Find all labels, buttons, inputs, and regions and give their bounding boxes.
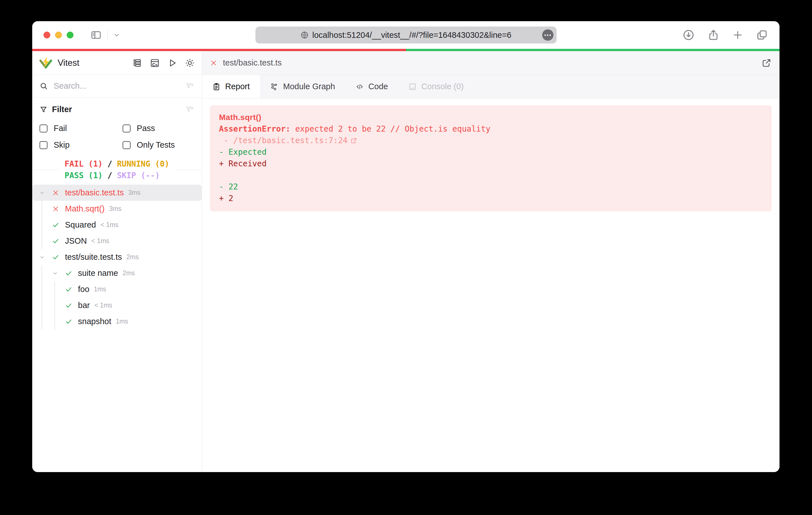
- indent-guide: [52, 281, 65, 297]
- checkbox-label: Only Tests: [137, 140, 175, 150]
- test-duration: 2ms: [123, 269, 135, 277]
- report-view: Math.sqrt()AssertionError: expected 2 to…: [202, 98, 780, 472]
- sidebar-toggle-icon[interactable]: [90, 29, 102, 41]
- indent-guide: [39, 281, 52, 297]
- tab-console-0[interactable]: Console (0): [398, 75, 474, 98]
- filter-title: Filter: [52, 105, 72, 114]
- error-line: - /test/basic.test.ts:7:24: [219, 135, 762, 146]
- sidebar-header: Vitest: [32, 51, 202, 75]
- progress-fail-segment: [32, 49, 406, 51]
- url-text: localhost:51204/__vitest__/#/?file=16484…: [312, 30, 512, 40]
- tree-row[interactable]: test/basic.test.ts3ms: [32, 185, 202, 201]
- new-tab-icon[interactable]: [732, 29, 743, 41]
- minimize-window-button[interactable]: [55, 32, 62, 38]
- chevron-down-icon[interactable]: [52, 265, 65, 281]
- tree-row[interactable]: suite name2ms: [32, 265, 202, 281]
- theme-toggle-icon[interactable]: [185, 58, 195, 68]
- checkbox[interactable]: [123, 141, 130, 149]
- terminal-icon: [408, 83, 417, 91]
- sidebar: Vitest Filter: [32, 51, 202, 472]
- fail-count: FAIL (1): [65, 159, 103, 169]
- filter-checkbox-skip[interactable]: Skip: [39, 140, 123, 150]
- test-duration: < 1ms: [91, 237, 109, 245]
- clear-filter-icon[interactable]: [185, 105, 194, 114]
- filter-checkbox-fail[interactable]: Fail: [39, 124, 123, 133]
- tab-report[interactable]: Report: [202, 75, 260, 98]
- share-icon[interactable]: [707, 29, 720, 41]
- tab-label: Module Graph: [283, 82, 335, 91]
- error-line: [219, 170, 762, 181]
- fail-x-icon: [210, 59, 217, 67]
- tab-module-graph[interactable]: Module Graph: [260, 75, 345, 98]
- graph-icon: [270, 83, 279, 91]
- search-input[interactable]: [54, 81, 185, 91]
- error-line: AssertionError: expected 2 to be 22 // O…: [219, 123, 762, 135]
- indent-guide: [39, 217, 52, 233]
- tree-row[interactable]: foo1ms: [32, 281, 202, 297]
- test-duration: 3ms: [109, 205, 121, 213]
- fail-x-icon: [52, 189, 60, 196]
- download-icon[interactable]: [682, 29, 695, 41]
- pass-count: PASS (1): [65, 171, 103, 180]
- chevron-down-icon[interactable]: [39, 249, 52, 265]
- browser-toolbar: localhost:51204/__vitest__/#/?file=16484…: [32, 21, 780, 49]
- error-line: - 22: [219, 181, 762, 192]
- pass-check-icon: [65, 302, 74, 309]
- filter-section: Filter FailPassSkipOnly Tests: [32, 97, 202, 151]
- test-duration: < 1ms: [94, 302, 112, 309]
- dashboard-icon[interactable]: [150, 58, 160, 68]
- run-all-icon[interactable]: [167, 58, 177, 68]
- tree-row[interactable]: snapshot1ms: [32, 313, 202, 330]
- error-text: AssertionError:: [219, 123, 295, 135]
- close-window-button[interactable]: [44, 32, 50, 38]
- indent-guide: [52, 313, 65, 330]
- ellipsis-icon[interactable]: [542, 29, 553, 41]
- error-text: expected 2 to be 22 // Object.is equalit…: [295, 123, 491, 135]
- test-name: bar: [78, 301, 90, 310]
- tree-row[interactable]: bar< 1ms: [32, 297, 202, 313]
- checkbox[interactable]: [39, 141, 48, 149]
- address-bar[interactable]: localhost:51204/__vitest__/#/?file=16484…: [255, 27, 557, 43]
- test-duration: 1ms: [116, 317, 128, 325]
- test-name: foo: [78, 284, 89, 294]
- test-name: test/suite.test.ts: [65, 252, 122, 262]
- filter-checkbox-pass[interactable]: Pass: [123, 124, 194, 133]
- test-summary: FAIL (1) / RUNNING (0) PASS (1) / SKIP (…: [32, 157, 202, 182]
- tree-row[interactable]: JSON< 1ms: [32, 233, 202, 249]
- vitest-logo-icon: [39, 56, 53, 70]
- checkbox[interactable]: [123, 124, 130, 132]
- test-name: test/basic.test.ts: [65, 188, 124, 198]
- test-progress-bar: [32, 49, 780, 51]
- browser-window: localhost:51204/__vitest__/#/?file=16484…: [32, 21, 780, 472]
- skip-count: SKIP (--): [117, 171, 160, 180]
- app-title: Vitest: [58, 58, 79, 68]
- chevron-down-icon[interactable]: [113, 32, 120, 38]
- main-panel: test/basic.test.ts ReportModule GraphCod…: [202, 51, 780, 472]
- zoom-window-button[interactable]: [67, 32, 74, 38]
- indent-guide: [39, 233, 52, 249]
- clear-filter-icon[interactable]: [185, 82, 194, 91]
- chevron-down-icon[interactable]: [39, 185, 52, 201]
- error-line: + Received: [219, 158, 762, 170]
- search-icon: [39, 82, 48, 90]
- tab-code[interactable]: Code: [345, 75, 398, 98]
- tree-row[interactable]: test/suite.test.ts2ms: [32, 249, 202, 265]
- collapse-tree-icon[interactable]: [132, 58, 142, 68]
- checkbox[interactable]: [39, 124, 48, 132]
- tree-row[interactable]: Math.sqrt()3ms: [32, 201, 202, 217]
- error-text: - Expected: [219, 146, 267, 158]
- error-text[interactable]: - /test/basic.test.ts:7:24: [219, 135, 348, 146]
- tab-overview-icon[interactable]: [756, 29, 768, 41]
- tree-row[interactable]: Squared< 1ms: [32, 217, 202, 233]
- test-name: Squared: [65, 220, 96, 230]
- external-link-icon[interactable]: [350, 137, 357, 144]
- filter-checkbox-only-tests[interactable]: Only Tests: [123, 140, 194, 150]
- pass-check-icon: [52, 221, 60, 229]
- error-text: [219, 170, 224, 181]
- checkbox-label: Fail: [54, 124, 67, 133]
- external-link-icon[interactable]: [761, 58, 772, 68]
- pass-check-icon: [52, 253, 60, 261]
- error-text: - 22: [219, 181, 238, 192]
- test-duration: < 1ms: [100, 221, 118, 229]
- funnel-icon: [39, 105, 48, 114]
